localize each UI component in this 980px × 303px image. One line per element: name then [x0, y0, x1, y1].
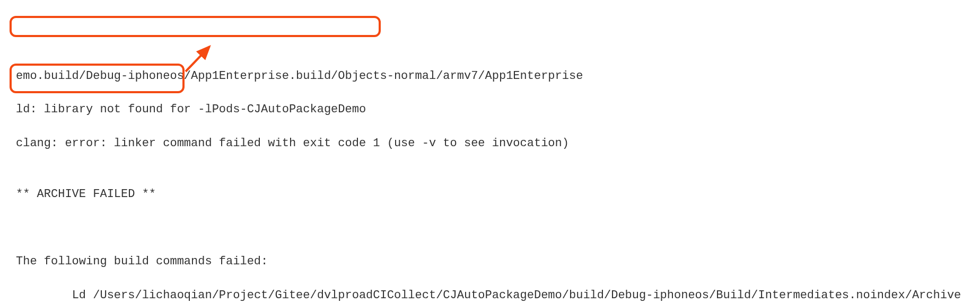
log-line-ld-command: Ld /Users/lichaoqian/Project/Gitee/dvlpr…	[16, 287, 964, 303]
log-line-archive-failed: ** ARCHIVE FAILED **	[16, 186, 964, 203]
log-line: emo.build/Debug-iphoneos/App1Enterprise.…	[16, 68, 964, 85]
log-line-clang-error: clang: error: linker command failed with…	[16, 135, 964, 152]
log-line-following-failed: The following build commands failed:	[16, 253, 964, 270]
log-line-ld-error: ld: library not found for -lPods-CJAutoP…	[16, 101, 964, 118]
annotation-highlight-box	[10, 16, 381, 37]
